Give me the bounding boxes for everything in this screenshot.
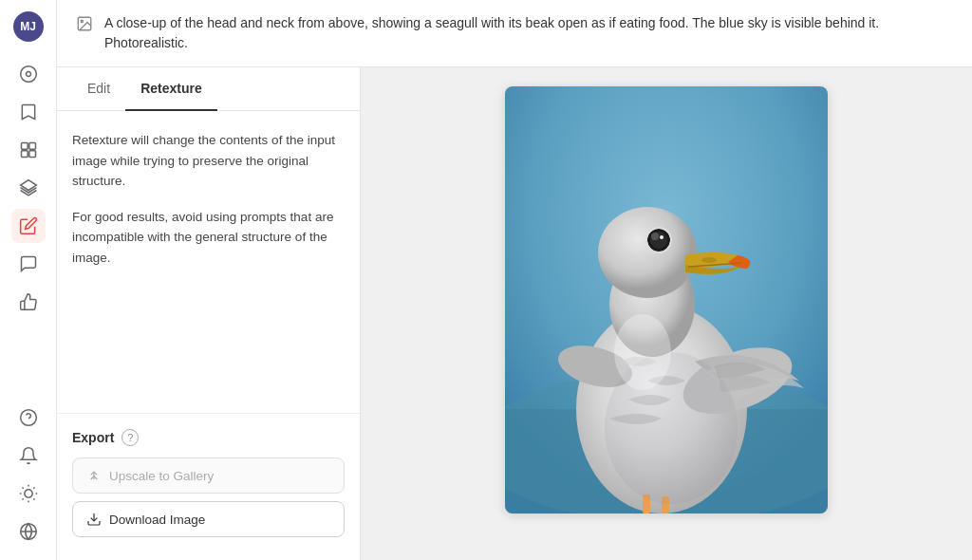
notification-icon[interactable]	[11, 439, 46, 473]
export-title: Export	[72, 430, 114, 445]
upscale-label: Upscale to Gallery	[109, 469, 214, 483]
svg-point-21	[81, 20, 83, 22]
chat-icon[interactable]	[11, 247, 46, 281]
svg-rect-4	[21, 151, 28, 158]
svg-point-0	[20, 66, 36, 83]
svg-point-9	[24, 490, 31, 497]
svg-line-13	[33, 498, 34, 499]
svg-line-17	[33, 488, 34, 489]
tab-retexture[interactable]: Retexture	[125, 67, 217, 111]
panel-content: Retexture will change the contents of th…	[57, 111, 360, 413]
help-icon[interactable]	[11, 401, 46, 435]
bookmark-icon[interactable]	[11, 95, 46, 129]
brightness-icon[interactable]	[11, 476, 46, 511]
download-label: Download Image	[109, 513, 205, 527]
upscale-icon	[86, 468, 102, 483]
svg-rect-5	[28, 151, 35, 158]
compass-icon[interactable]	[11, 57, 46, 91]
download-icon	[86, 512, 102, 527]
prompt-image-icon	[76, 15, 93, 36]
tabs: Edit Retexture	[57, 67, 360, 111]
main-content: A close-up of the head and neck from abo…	[57, 0, 972, 560]
retexture-desc2: For good results, avoid using prompts th…	[72, 207, 345, 269]
export-help-icon[interactable]: ?	[122, 429, 139, 446]
svg-point-42	[614, 314, 671, 390]
image-gallery-icon[interactable]	[11, 133, 46, 167]
thumbsup-icon[interactable]	[11, 285, 46, 319]
prompt-text: A close-up of the head and neck from abo…	[104, 13, 953, 53]
sidebar: MJ	[0, 0, 57, 560]
download-button[interactable]: Download Image	[72, 501, 345, 537]
retexture-desc1: Retexture will change the contents of th…	[72, 130, 345, 192]
svg-rect-2	[21, 143, 28, 150]
avatar[interactable]: MJ	[13, 11, 44, 42]
svg-point-34	[651, 233, 659, 240]
svg-point-7	[20, 410, 36, 426]
content-area: Edit Retexture Retexture will change the…	[57, 67, 972, 560]
svg-point-35	[660, 235, 664, 239]
svg-point-38	[701, 257, 717, 263]
image-area	[361, 67, 972, 560]
svg-rect-3	[28, 143, 35, 150]
svg-line-12	[22, 488, 23, 489]
svg-point-1	[26, 72, 30, 77]
left-panel: Edit Retexture Retexture will change the…	[57, 67, 361, 560]
upscale-button[interactable]: Upscale to Gallery	[72, 457, 345, 494]
edit-icon[interactable]	[11, 209, 46, 243]
export-header: Export ?	[72, 429, 345, 446]
export-section: Export ? Upscale to Gallery Download	[57, 413, 360, 560]
tab-edit[interactable]: Edit	[72, 67, 125, 111]
layers-icon[interactable]	[11, 171, 46, 205]
svg-line-16	[22, 498, 23, 499]
svg-point-31	[598, 207, 697, 298]
image-container	[505, 86, 828, 513]
globe-icon[interactable]	[11, 514, 46, 549]
seagull-image	[505, 86, 828, 513]
prompt-bar: A close-up of the head and neck from abo…	[57, 0, 972, 67]
